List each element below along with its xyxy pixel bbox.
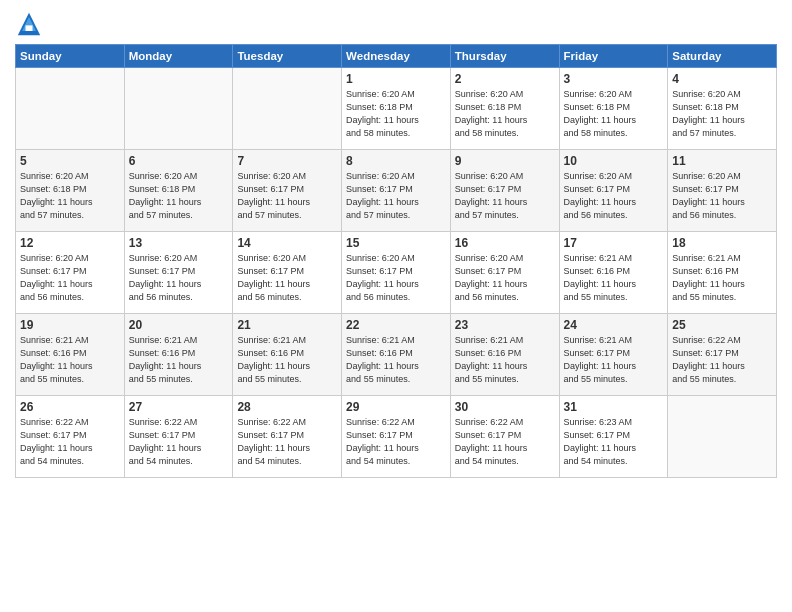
calendar-cell: 31Sunrise: 6:23 AM Sunset: 6:17 PM Dayli… (559, 396, 668, 478)
calendar-cell: 15Sunrise: 6:20 AM Sunset: 6:17 PM Dayli… (342, 232, 451, 314)
calendar-cell: 8Sunrise: 6:20 AM Sunset: 6:17 PM Daylig… (342, 150, 451, 232)
week-row-2: 5Sunrise: 6:20 AM Sunset: 6:18 PM Daylig… (16, 150, 777, 232)
page: SundayMondayTuesdayWednesdayThursdayFrid… (0, 0, 792, 612)
calendar-cell: 26Sunrise: 6:22 AM Sunset: 6:17 PM Dayli… (16, 396, 125, 478)
day-info: Sunrise: 6:21 AM Sunset: 6:16 PM Dayligh… (237, 334, 337, 386)
calendar-cell: 1Sunrise: 6:20 AM Sunset: 6:18 PM Daylig… (342, 68, 451, 150)
calendar-cell: 12Sunrise: 6:20 AM Sunset: 6:17 PM Dayli… (16, 232, 125, 314)
day-number: 4 (672, 72, 772, 86)
calendar-cell: 25Sunrise: 6:22 AM Sunset: 6:17 PM Dayli… (668, 314, 777, 396)
calendar-cell: 11Sunrise: 6:20 AM Sunset: 6:17 PM Dayli… (668, 150, 777, 232)
day-number: 21 (237, 318, 337, 332)
calendar-cell: 18Sunrise: 6:21 AM Sunset: 6:16 PM Dayli… (668, 232, 777, 314)
day-number: 28 (237, 400, 337, 414)
day-info: Sunrise: 6:20 AM Sunset: 6:18 PM Dayligh… (564, 88, 664, 140)
day-info: Sunrise: 6:20 AM Sunset: 6:17 PM Dayligh… (237, 252, 337, 304)
calendar-cell (233, 68, 342, 150)
day-number: 16 (455, 236, 555, 250)
col-header-thursday: Thursday (450, 45, 559, 68)
logo-icon (15, 10, 43, 38)
day-info: Sunrise: 6:21 AM Sunset: 6:16 PM Dayligh… (129, 334, 229, 386)
calendar-cell: 24Sunrise: 6:21 AM Sunset: 6:17 PM Dayli… (559, 314, 668, 396)
col-header-saturday: Saturday (668, 45, 777, 68)
col-header-monday: Monday (124, 45, 233, 68)
day-number: 24 (564, 318, 664, 332)
calendar-cell: 17Sunrise: 6:21 AM Sunset: 6:16 PM Dayli… (559, 232, 668, 314)
calendar-cell: 22Sunrise: 6:21 AM Sunset: 6:16 PM Dayli… (342, 314, 451, 396)
day-info: Sunrise: 6:20 AM Sunset: 6:18 PM Dayligh… (20, 170, 120, 222)
calendar-cell: 27Sunrise: 6:22 AM Sunset: 6:17 PM Dayli… (124, 396, 233, 478)
day-number: 14 (237, 236, 337, 250)
calendar-table: SundayMondayTuesdayWednesdayThursdayFrid… (15, 44, 777, 478)
day-number: 20 (129, 318, 229, 332)
day-info: Sunrise: 6:22 AM Sunset: 6:17 PM Dayligh… (346, 416, 446, 468)
calendar-cell (16, 68, 125, 150)
day-number: 8 (346, 154, 446, 168)
calendar-cell: 20Sunrise: 6:21 AM Sunset: 6:16 PM Dayli… (124, 314, 233, 396)
day-info: Sunrise: 6:22 AM Sunset: 6:17 PM Dayligh… (672, 334, 772, 386)
day-info: Sunrise: 6:20 AM Sunset: 6:17 PM Dayligh… (129, 252, 229, 304)
day-number: 15 (346, 236, 446, 250)
day-info: Sunrise: 6:21 AM Sunset: 6:16 PM Dayligh… (455, 334, 555, 386)
day-info: Sunrise: 6:22 AM Sunset: 6:17 PM Dayligh… (237, 416, 337, 468)
calendar-cell: 13Sunrise: 6:20 AM Sunset: 6:17 PM Dayli… (124, 232, 233, 314)
col-header-friday: Friday (559, 45, 668, 68)
day-info: Sunrise: 6:20 AM Sunset: 6:18 PM Dayligh… (455, 88, 555, 140)
day-info: Sunrise: 6:21 AM Sunset: 6:16 PM Dayligh… (346, 334, 446, 386)
svg-rect-2 (26, 25, 33, 31)
day-number: 19 (20, 318, 120, 332)
day-number: 25 (672, 318, 772, 332)
calendar-cell: 9Sunrise: 6:20 AM Sunset: 6:17 PM Daylig… (450, 150, 559, 232)
day-number: 12 (20, 236, 120, 250)
calendar-cell: 5Sunrise: 6:20 AM Sunset: 6:18 PM Daylig… (16, 150, 125, 232)
day-info: Sunrise: 6:21 AM Sunset: 6:16 PM Dayligh… (564, 252, 664, 304)
day-number: 10 (564, 154, 664, 168)
day-number: 13 (129, 236, 229, 250)
day-number: 11 (672, 154, 772, 168)
day-number: 22 (346, 318, 446, 332)
day-number: 9 (455, 154, 555, 168)
day-number: 29 (346, 400, 446, 414)
day-info: Sunrise: 6:20 AM Sunset: 6:17 PM Dayligh… (237, 170, 337, 222)
day-info: Sunrise: 6:20 AM Sunset: 6:17 PM Dayligh… (455, 170, 555, 222)
day-info: Sunrise: 6:20 AM Sunset: 6:17 PM Dayligh… (20, 252, 120, 304)
day-info: Sunrise: 6:21 AM Sunset: 6:17 PM Dayligh… (564, 334, 664, 386)
day-number: 18 (672, 236, 772, 250)
day-info: Sunrise: 6:20 AM Sunset: 6:17 PM Dayligh… (672, 170, 772, 222)
day-number: 5 (20, 154, 120, 168)
day-info: Sunrise: 6:20 AM Sunset: 6:17 PM Dayligh… (455, 252, 555, 304)
calendar-cell: 3Sunrise: 6:20 AM Sunset: 6:18 PM Daylig… (559, 68, 668, 150)
week-row-5: 26Sunrise: 6:22 AM Sunset: 6:17 PM Dayli… (16, 396, 777, 478)
calendar-cell: 21Sunrise: 6:21 AM Sunset: 6:16 PM Dayli… (233, 314, 342, 396)
calendar-cell: 28Sunrise: 6:22 AM Sunset: 6:17 PM Dayli… (233, 396, 342, 478)
calendar-cell: 19Sunrise: 6:21 AM Sunset: 6:16 PM Dayli… (16, 314, 125, 396)
calendar-cell: 10Sunrise: 6:20 AM Sunset: 6:17 PM Dayli… (559, 150, 668, 232)
calendar-cell (124, 68, 233, 150)
calendar-cell: 14Sunrise: 6:20 AM Sunset: 6:17 PM Dayli… (233, 232, 342, 314)
col-header-sunday: Sunday (16, 45, 125, 68)
day-number: 26 (20, 400, 120, 414)
day-number: 7 (237, 154, 337, 168)
day-info: Sunrise: 6:23 AM Sunset: 6:17 PM Dayligh… (564, 416, 664, 468)
day-info: Sunrise: 6:21 AM Sunset: 6:16 PM Dayligh… (20, 334, 120, 386)
col-header-wednesday: Wednesday (342, 45, 451, 68)
logo (15, 10, 47, 38)
calendar-cell: 4Sunrise: 6:20 AM Sunset: 6:18 PM Daylig… (668, 68, 777, 150)
day-info: Sunrise: 6:20 AM Sunset: 6:17 PM Dayligh… (564, 170, 664, 222)
calendar-cell: 7Sunrise: 6:20 AM Sunset: 6:17 PM Daylig… (233, 150, 342, 232)
day-number: 30 (455, 400, 555, 414)
day-info: Sunrise: 6:20 AM Sunset: 6:18 PM Dayligh… (672, 88, 772, 140)
calendar-cell: 29Sunrise: 6:22 AM Sunset: 6:17 PM Dayli… (342, 396, 451, 478)
week-row-1: 1Sunrise: 6:20 AM Sunset: 6:18 PM Daylig… (16, 68, 777, 150)
col-header-tuesday: Tuesday (233, 45, 342, 68)
day-number: 1 (346, 72, 446, 86)
week-row-4: 19Sunrise: 6:21 AM Sunset: 6:16 PM Dayli… (16, 314, 777, 396)
day-number: 27 (129, 400, 229, 414)
calendar-cell: 16Sunrise: 6:20 AM Sunset: 6:17 PM Dayli… (450, 232, 559, 314)
header (15, 10, 777, 38)
day-info: Sunrise: 6:20 AM Sunset: 6:17 PM Dayligh… (346, 170, 446, 222)
day-number: 31 (564, 400, 664, 414)
calendar-cell: 6Sunrise: 6:20 AM Sunset: 6:18 PM Daylig… (124, 150, 233, 232)
day-info: Sunrise: 6:22 AM Sunset: 6:17 PM Dayligh… (20, 416, 120, 468)
header-row: SundayMondayTuesdayWednesdayThursdayFrid… (16, 45, 777, 68)
